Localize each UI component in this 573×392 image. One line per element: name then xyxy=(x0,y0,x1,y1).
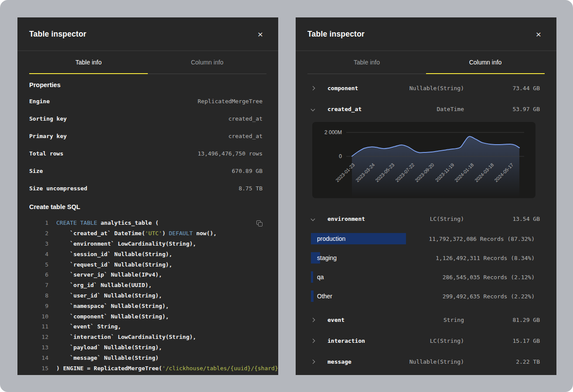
table-info-scroll-area[interactable]: Properties EngineReplicatedMergeTreeSort… xyxy=(17,74,278,375)
sql-line-code: `interaction` LowCardinality(String), xyxy=(48,334,196,340)
sql-line-code: CREATE TABLE analytics_table ( xyxy=(48,220,159,226)
sql-line: 6 `server_ip` Nullable(IPv4), xyxy=(29,270,266,280)
chevron-down-icon[interactable] xyxy=(305,217,320,220)
property-label: Sorting key xyxy=(29,115,67,122)
sql-line: 12 `interaction` LowCardinality(String), xyxy=(29,332,266,342)
column-size: 53.97 GB xyxy=(464,106,540,112)
sql-line-number: 12 xyxy=(29,334,48,340)
column-type: Nullable(String) xyxy=(394,85,464,91)
value-records: 1,126,492,311 Records (8.34%) xyxy=(436,255,535,261)
tab-column-info[interactable]: Column info xyxy=(426,51,545,74)
column-type: String xyxy=(394,317,464,323)
sql-line-number: 1 xyxy=(29,220,48,226)
sql-line: 15) ENGINE = ReplicatedMergeTree('/click… xyxy=(29,363,266,373)
chevron-right-icon[interactable] xyxy=(305,318,320,321)
sql-line-code: `payload` Nullable(String), xyxy=(48,344,162,351)
sql-line-number: 8 xyxy=(29,292,48,299)
tab-bar: Table info Column info xyxy=(17,51,278,74)
sql-line-code: `session_id` Nullable(String), xyxy=(48,251,172,257)
close-button[interactable]: × xyxy=(533,28,544,40)
column-row-component[interactable]: componentNullable(String)73.44 GB xyxy=(296,78,556,98)
column-row-environment[interactable]: environmentLC(String)13.54 GB xyxy=(296,208,556,229)
table-inspector-dialog-column-info: Table inspector × Table info Column info… xyxy=(296,17,556,375)
dialog-title: Table inspector xyxy=(29,30,86,39)
value-records: 286,545,035 Records (2.12%) xyxy=(443,274,535,280)
column-size: 81.29 GB xyxy=(464,317,540,323)
properties-heading: Properties xyxy=(29,81,266,88)
value-records: 299,492,635 Records (2.22%) xyxy=(443,293,535,300)
chevron-right-icon[interactable] xyxy=(305,360,320,363)
sql-line: 13 `payload` Nullable(String), xyxy=(29,342,266,353)
sql-code-block: 1CREATE TABLE analytics_table (2 `create… xyxy=(29,218,266,373)
tab-bar: Table info Column info xyxy=(296,51,556,74)
sql-line: 7 `org_id` Nullable(UUID), xyxy=(29,280,266,291)
copy-sql-button[interactable] xyxy=(254,218,265,229)
column-name: created_at xyxy=(320,106,394,112)
sql-line-number: 11 xyxy=(29,323,48,330)
property-row-primary-key: Primary keycreated_at xyxy=(29,127,266,145)
table-inspector-dialog-table-info: Table inspector × Table info Column info… xyxy=(17,17,278,375)
column-name: component xyxy=(320,85,394,91)
column-size: 2.22 TB xyxy=(464,358,540,365)
sql-line-number: 10 xyxy=(29,313,48,320)
y-axis-label: 0 xyxy=(315,153,342,159)
property-label: Size uncompressed xyxy=(29,185,87,192)
property-value: ReplicatedMergeTree xyxy=(198,98,263,105)
environment-value-row-production: production11,792,372,086 Records (87.32%… xyxy=(296,229,556,248)
property-label: Engine xyxy=(29,98,50,105)
column-name: environment xyxy=(320,216,394,222)
column-row-event[interactable]: eventString81.29 GB xyxy=(296,309,556,330)
chevron-right-icon[interactable] xyxy=(305,339,320,342)
close-icon: × xyxy=(258,30,263,39)
column-size: 73.44 GB xyxy=(464,85,540,91)
sql-line-code: `created_at` DateTime('UTC') DEFAULT now… xyxy=(48,230,217,237)
tab-table-info[interactable]: Table info xyxy=(29,51,148,74)
column-info-scroll-area[interactable]: componentNullable(String)73.44 GBcreated… xyxy=(296,74,556,375)
copy-icon xyxy=(256,220,263,226)
sql-line-code: `environment` LowCardinality(String), xyxy=(48,240,196,247)
sql-line: 10 `component` Nullable(String), xyxy=(29,311,266,321)
column-name: message xyxy=(320,358,394,365)
chevron-right-icon[interactable] xyxy=(305,87,320,90)
value-records: 11,792,372,086 Records (87.32%) xyxy=(429,236,535,242)
column-name: interaction xyxy=(320,338,394,344)
sql-line-number: 6 xyxy=(29,271,48,278)
sql-line-number: 2 xyxy=(29,230,48,237)
environment-value-row-other: Other299,492,635 Records (2.22%) xyxy=(296,287,556,306)
sql-line-number: 7 xyxy=(29,282,48,288)
sql-line-number: 13 xyxy=(29,344,48,351)
property-value: 8.75 TB xyxy=(239,185,263,192)
column-size: 15.17 GB xyxy=(464,338,540,344)
chevron-down-icon[interactable] xyxy=(305,108,320,111)
sql-line-number: 15 xyxy=(29,365,48,372)
property-row-size: Size670.89 GB xyxy=(29,162,266,179)
property-row-sorting-key: Sorting keycreated_at xyxy=(29,110,266,127)
column-row-interaction[interactable]: interactionLC(String)15.17 GB xyxy=(296,330,556,351)
column-row-created_at[interactable]: created_atDateTime53.97 GB xyxy=(296,98,556,119)
value-label: Other xyxy=(311,293,443,300)
sql-line-number: 3 xyxy=(29,240,48,247)
sql-line-code: `namespace` Nullable(String), xyxy=(48,303,169,309)
property-value: created_at xyxy=(229,133,263,139)
sql-line-code: `request_id` Nullable(String), xyxy=(48,261,172,268)
column-type: Nullable(String) xyxy=(394,358,464,365)
tab-table-info[interactable]: Table info xyxy=(307,51,426,74)
property-label: Primary key xyxy=(29,133,67,139)
dialog-header: Table inspector × xyxy=(296,17,556,51)
property-row-size-uncompressed: Size uncompressed8.75 TB xyxy=(29,179,266,197)
sql-lines: 1CREATE TABLE analytics_table (2 `create… xyxy=(29,218,266,373)
close-button[interactable]: × xyxy=(255,28,266,40)
column-type: LC(String) xyxy=(394,216,464,222)
column-row-message[interactable]: messageNullable(String)2.22 TB xyxy=(296,351,556,372)
column-type: LC(String) xyxy=(394,338,464,344)
sql-line: 1CREATE TABLE analytics_table ( xyxy=(29,218,266,228)
property-row-engine: EngineReplicatedMergeTree xyxy=(29,92,266,110)
value-label: staging xyxy=(311,254,436,261)
sql-line-code: `component` Nullable(String), xyxy=(48,313,169,320)
tab-column-info[interactable]: Column info xyxy=(148,51,266,74)
sql-line-number: 14 xyxy=(29,355,48,361)
close-icon: × xyxy=(536,30,541,39)
environment-values-list: production11,792,372,086 Records (87.32%… xyxy=(296,229,556,306)
create-table-sql-heading: Create table SQL xyxy=(29,203,266,210)
sql-line: 2 `created_at` DateTime('UTC') DEFAULT n… xyxy=(29,228,266,239)
